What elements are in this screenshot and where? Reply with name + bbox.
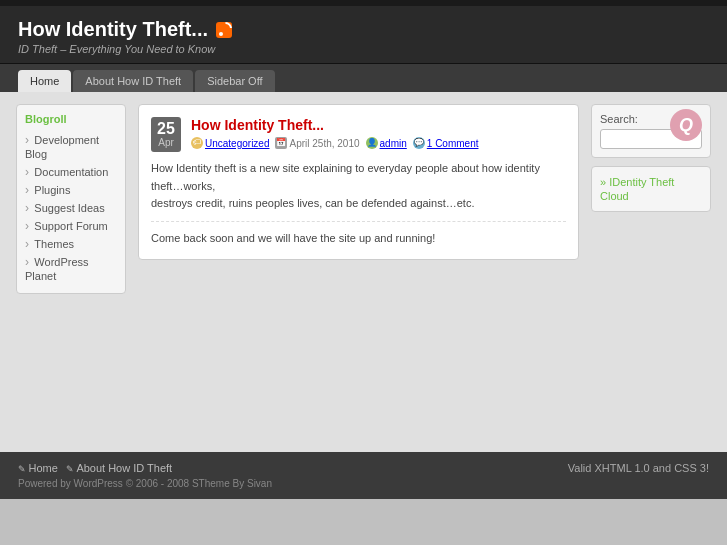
list-item: › Support Forum [25,217,117,235]
blogroll-link[interactable]: Support Forum [34,220,107,232]
site-title-text: How Identity Theft... [18,18,208,41]
search-logo-circle: Q [670,109,702,141]
site-header: How Identity Theft... ID Theft – Everyth… [0,6,727,64]
comments-link[interactable]: 1 Comment [427,138,479,149]
post-date-text: April 25th, 2010 [289,138,359,149]
post-header: 25 Apr How Identity Theft... 🏷 Uncategor… [151,117,566,152]
footer-valid-text: Valid XHTML 1.0 and CSS 3! [568,462,709,474]
nav-tab-about[interactable]: About How ID Theft [73,70,193,92]
author-link[interactable]: admin [380,138,407,149]
sidebar-left: Blogroll › Development Blog › Documentat… [16,104,126,294]
site-title: How Identity Theft... [18,18,709,41]
post-body-line2: destroys credit, ruins peoples lives, ca… [151,195,566,213]
nav-tab-home[interactable]: Home [18,70,71,92]
post-box: 25 Apr How Identity Theft... 🏷 Uncategor… [138,104,579,260]
footer-top: Home About How ID Theft Valid XHTML 1.0 … [18,462,709,474]
arrow-icon: › [25,133,29,147]
category-icon: 🏷 [191,137,203,149]
content-area: 25 Apr How Identity Theft... 🏷 Uncategor… [138,104,579,294]
category-link[interactable]: Uncategorized [205,138,269,149]
post-separator [151,221,566,222]
arrow-icon: › [25,165,29,179]
list-item: › Themes [25,235,117,253]
list-item: › Suggest Ideas [25,199,117,217]
post-date-day: 25 [157,121,175,137]
cloud-widget: IDentity Theft Cloud [591,166,711,212]
author-meta: 👤 admin [366,137,407,149]
post-meta: 🏷 Uncategorized 📅 April 25th, 2010 👤 adm… [191,137,478,149]
post-date-block: 25 Apr [151,117,181,152]
list-item: › WordPress Planet [25,253,117,285]
cloud-widget-link[interactable]: IDentity Theft Cloud [600,176,674,202]
arrow-icon: › [25,219,29,233]
site-tagline: ID Theft – Everything You Need to Know [18,43,709,55]
nav-bar: Home About How ID Theft Sidebar Off [0,64,727,92]
search-logo-q-letter: Q [679,115,693,136]
rss-icon[interactable] [216,22,232,38]
post-body-line1: How Identity theft is a new site explain… [151,160,566,195]
inner-layout: Blogroll › Development Blog › Documentat… [16,104,711,294]
nav-tab-sidebar[interactable]: Sidebar Off [195,70,274,92]
blogroll-list: › Development Blog › Documentation › Plu… [25,131,117,285]
search-logo: Q [670,109,706,145]
footer-about-link[interactable]: About How ID Theft [66,462,172,474]
post-title-area: How Identity Theft... 🏷 Uncategorized 📅 … [191,117,478,149]
main-wrapper: Blogroll › Development Blog › Documentat… [0,92,727,452]
list-item: › Plugins [25,181,117,199]
user-icon: 👤 [366,137,378,149]
arrow-icon: › [25,255,29,269]
footer-powered: Powered by WordPress © 2006 - 2008 SThem… [18,478,709,489]
category-meta: 🏷 Uncategorized [191,137,269,149]
search-widget: Search: Q [591,104,711,158]
blogroll-link[interactable]: WordPress Planet [25,256,89,282]
footer-home-link[interactable]: Home [18,462,58,474]
blogroll-widget: Blogroll › Development Blog › Documentat… [16,104,126,294]
post-body-line3: Come back soon and we will have the site… [151,230,566,248]
post-date-month: Apr [157,137,175,148]
footer-links: Home About How ID Theft [18,462,172,474]
post-content: How Identity theft is a new site explain… [151,160,566,247]
calendar-icon: 📅 [275,137,287,149]
arrow-icon: › [25,201,29,215]
date-meta: 📅 April 25th, 2010 [275,137,359,149]
arrow-icon: › [25,183,29,197]
blogroll-link[interactable]: Themes [34,238,74,250]
blogroll-link[interactable]: Plugins [34,184,70,196]
blogroll-link[interactable]: Documentation [34,166,108,178]
blogroll-link[interactable]: Development Blog [25,134,99,160]
list-item: › Development Blog [25,131,117,163]
comment-icon: 💬 [413,137,425,149]
post-title-link[interactable]: How Identity Theft... [191,117,324,133]
sidebar-right: Search: Q IDentity Theft Cloud [591,104,711,294]
list-item: › Documentation [25,163,117,181]
site-footer: Home About How ID Theft Valid XHTML 1.0 … [0,452,727,499]
comments-meta: 💬 1 Comment [413,137,479,149]
arrow-icon: › [25,237,29,251]
blogroll-link[interactable]: Suggest Ideas [34,202,104,214]
blogroll-heading: Blogroll [25,113,117,125]
